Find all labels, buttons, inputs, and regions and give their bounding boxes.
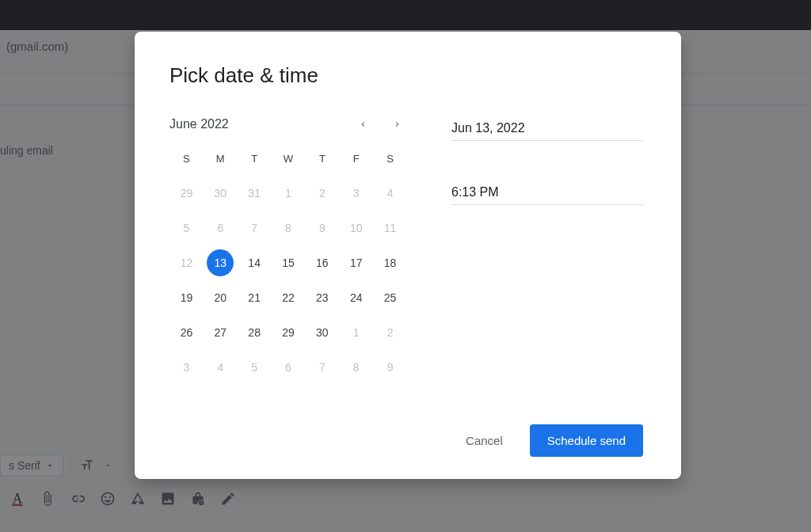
calendar-day[interactable]: 27 — [204, 315, 238, 350]
calendar-day: 30 — [204, 176, 238, 211]
cancel-button[interactable]: Cancel — [458, 428, 511, 454]
calendar-dow: M — [204, 146, 238, 176]
calendar-day: 8 — [339, 350, 373, 385]
date-input[interactable] — [451, 118, 643, 141]
time-input[interactable] — [451, 182, 643, 205]
calendar-day: 6 — [204, 211, 238, 245]
calendar-day[interactable]: 22 — [272, 280, 306, 315]
calendar-day[interactable]: 28 — [238, 315, 272, 350]
calendar-grid: SMTWTFS293031123456789101112131415161718… — [169, 146, 407, 385]
schedule-send-button[interactable]: Schedule send — [530, 424, 643, 457]
calendar-dow: T — [305, 146, 339, 176]
chevron-left-icon — [358, 120, 367, 129]
dialog-title: Pick date & time — [169, 63, 643, 88]
calendar-day[interactable]: 20 — [204, 280, 238, 315]
calendar-day: 9 — [373, 350, 407, 385]
prev-month-button[interactable] — [355, 116, 371, 132]
calendar-day[interactable]: 19 — [169, 280, 204, 315]
datetime-fields — [451, 116, 643, 416]
calendar-day: 3 — [169, 350, 204, 385]
calendar-day: 5 — [238, 350, 272, 385]
calendar-day: 8 — [272, 211, 306, 245]
calendar-dow: W — [272, 146, 306, 176]
next-month-button[interactable] — [390, 116, 406, 132]
calendar-day: 6 — [272, 350, 306, 385]
calendar-day: 31 — [238, 176, 272, 211]
calendar: June 2022 SMTWTFS29303112345678910111213… — [169, 116, 407, 416]
calendar-day: 4 — [373, 176, 407, 211]
calendar-day: 7 — [238, 211, 272, 245]
calendar-day[interactable]: 16 — [305, 245, 339, 280]
calendar-month-label: June 2022 — [169, 117, 355, 131]
calendar-day: 4 — [204, 350, 238, 385]
calendar-day[interactable]: 30 — [305, 315, 339, 350]
calendar-day: 5 — [169, 211, 204, 245]
calendar-day[interactable]: 26 — [169, 315, 204, 350]
calendar-dow: F — [339, 146, 373, 176]
calendar-dow: S — [373, 146, 407, 176]
calendar-day: 1 — [339, 315, 373, 350]
calendar-day[interactable]: 13 — [204, 245, 238, 280]
calendar-day[interactable]: 17 — [339, 245, 373, 280]
calendar-day[interactable]: 25 — [373, 280, 407, 315]
calendar-day: 9 — [305, 211, 339, 245]
calendar-day: 7 — [305, 350, 339, 385]
calendar-day: 2 — [373, 315, 407, 350]
calendar-day[interactable]: 15 — [272, 245, 306, 280]
calendar-day[interactable]: 21 — [238, 280, 272, 315]
calendar-day: 1 — [272, 176, 306, 211]
calendar-day[interactable]: 14 — [238, 245, 272, 280]
calendar-day: 2 — [305, 176, 339, 211]
calendar-day: 29 — [169, 176, 204, 211]
calendar-day: 11 — [373, 211, 407, 245]
calendar-day[interactable]: 23 — [305, 280, 339, 315]
schedule-send-dialog: Pick date & time June 2022 SMTWTFS293031… — [135, 32, 681, 479]
calendar-day[interactable]: 29 — [272, 315, 306, 350]
calendar-day: 3 — [339, 176, 373, 211]
calendar-day[interactable]: 18 — [373, 245, 407, 280]
calendar-day: 10 — [339, 211, 373, 245]
calendar-day[interactable]: 24 — [339, 280, 373, 315]
calendar-day: 12 — [169, 245, 204, 280]
chevron-right-icon — [393, 120, 402, 129]
calendar-dow: T — [238, 146, 272, 176]
calendar-dow: S — [169, 146, 204, 176]
